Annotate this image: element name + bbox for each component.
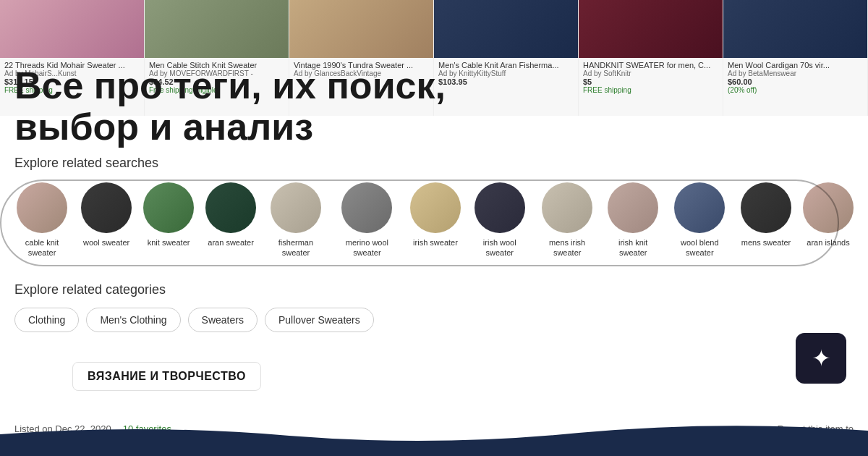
related-searches-list: cable knit sweater wool sweater knit swe…	[14, 182, 854, 258]
explore-searches-title: Explore related searches	[14, 156, 854, 171]
sparkle-icon: ✦	[812, 345, 831, 372]
category-tag-clothing[interactable]: Clothing	[14, 308, 79, 332]
search-item-label: irish sweater	[413, 237, 458, 248]
search-item-irish-knit-sweater[interactable]: irish knit sweater	[608, 182, 659, 258]
search-item-label: merino wool sweater	[336, 237, 399, 258]
explore-searches-section: Explore related searches cable knit swea…	[0, 156, 868, 258]
search-item-label: fisherman sweater	[268, 237, 324, 258]
product-price: $60.00	[728, 77, 863, 86]
product-shipping: FREE shipping	[583, 86, 718, 94]
brand-badge: ✦	[796, 333, 846, 384]
search-item-label: knit sweater	[148, 237, 190, 248]
search-item-label: aran islands	[807, 237, 849, 248]
product-item[interactable]: HANDKNIT SWEATER for men, C... Ad by Sof…	[579, 0, 723, 116]
bottom-wave	[0, 420, 868, 456]
product-price: $5	[583, 77, 718, 86]
search-item-wool-sweater[interactable]: wool sweater	[81, 182, 132, 258]
search-item-label: irish wool sweater	[472, 237, 527, 258]
search-item-label: wool blend sweater	[671, 237, 729, 258]
product-item[interactable]: Men Wool Cardigan 70s vir... Ad by BetaM…	[723, 0, 868, 116]
category-tag-pullover-sweaters[interactable]: Pullover Sweaters	[265, 308, 374, 332]
search-item-irish-sweater[interactable]: irish sweater	[410, 182, 461, 258]
search-item-label: irish knit sweater	[608, 237, 659, 258]
category-tags-list: Clothing Men's Clothing Sweaters Pullove…	[14, 308, 854, 332]
search-item-mens-sweater[interactable]: mens sweater	[741, 182, 791, 258]
search-item-fisherman-sweater[interactable]: fisherman sweater	[268, 182, 324, 258]
categories-section: Explore related categories Clothing Men'…	[0, 282, 868, 332]
search-item-aran-islands[interactable]: aran islands	[803, 182, 854, 258]
search-item-aran-sweater[interactable]: aran sweater	[205, 182, 256, 258]
search-item-wool-blend-sweater[interactable]: wool blend sweater	[671, 182, 729, 258]
product-shipping: (20% off)	[728, 86, 863, 94]
brand-label: ВЯЗАНИЕ И ТВОРЧЕСТВО	[72, 362, 261, 391]
category-tag-mens-clothing[interactable]: Men's Clothing	[86, 308, 180, 332]
categories-title: Explore related categories	[14, 282, 854, 297]
overlay-heading: Все про теги, их поиск, выбор и анализ	[14, 65, 506, 148]
search-item-cable-knit-sweater[interactable]: cable knit sweater	[14, 182, 69, 258]
search-item-mens-irish-sweater[interactable]: mens irish sweater	[539, 182, 596, 258]
product-ad: Ad by SoftKnitr	[583, 69, 718, 77]
product-ad: Ad by BetaMenswear	[728, 69, 863, 77]
search-item-merino-wool-sweater[interactable]: merino wool sweater	[336, 182, 399, 258]
search-item-label: mens irish sweater	[539, 237, 596, 258]
product-title: HANDKNIT SWEATER for men, C...	[583, 61, 718, 69]
search-item-label: wool sweater	[83, 237, 129, 248]
search-item-label: aran sweater	[208, 237, 254, 248]
search-item-irish-wool-sweater[interactable]: irish wool sweater	[472, 182, 527, 258]
product-title: Men Wool Cardigan 70s vir...	[728, 61, 863, 69]
search-item-knit-sweater[interactable]: knit sweater	[143, 182, 194, 258]
search-item-label: mens sweater	[741, 237, 791, 248]
category-tag-sweaters[interactable]: Sweaters	[188, 308, 258, 332]
search-item-label: cable knit sweater	[14, 237, 69, 258]
